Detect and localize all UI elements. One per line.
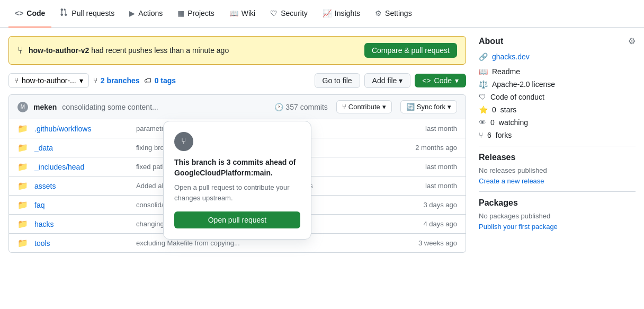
file-name-link[interactable]: faq [34,201,130,209]
commits-bar-left: M meken consolidating some content... [17,102,158,112]
gear-button[interactable]: ⚙ [628,36,636,46]
link-icon: 🔗 [479,52,488,61]
compare-pull-request-button[interactable]: Compare & pull request [364,43,457,58]
watching-count: 0 [490,118,495,127]
recent-push-banner: ⑂ how-to-author-v2 had recent pushes les… [8,36,466,65]
nav-settings[interactable]: ⚙ Settings [369,0,418,28]
file-name-link[interactable]: _includes/head [34,163,130,171]
about-header: About ⚙ [479,36,636,46]
security-icon: 🛡 [270,9,278,17]
nav-settings-label: Settings [385,9,412,17]
wiki-icon: 📖 [229,9,238,17]
commits-area: M meken consolidating some content... 🕐 … [8,94,466,253]
publish-package-link[interactable]: Publish your first package [479,223,558,231]
file-time: last month [404,125,457,133]
nav-wiki[interactable]: 📖 Wiki [223,0,262,28]
tags-info: 🏷 0 tags [144,76,176,85]
sidebar: About ⚙ 🔗 ghacks.dev 📖 Readme ⚖️ Apache-… [479,36,636,253]
popup-description: Open a pull request to contribute your c… [174,182,300,203]
file-time: last month [404,163,457,171]
code-icon: <> [15,9,23,17]
nav-projects[interactable]: ▦ Projects [171,0,221,28]
nav-pull-requests[interactable]: Pull requests [53,0,121,28]
website-link[interactable]: 🔗 ghacks.dev [479,52,636,61]
branches-word: branches [106,76,139,85]
tags-link[interactable]: 0 tags [155,76,176,85]
toolbar: ⑂ how-to-author-... ▾ ⑂ 2 branches 🏷 0 t… [8,73,466,88]
content-area: ⑂ how-to-author-v2 had recent pushes les… [8,36,466,253]
branch-selector[interactable]: ⑂ how-to-author-... ▾ [8,73,89,88]
branches-link[interactable]: 2 branches [101,76,140,85]
nav-code[interactable]: <> Code [8,0,51,28]
nav-wiki-label: Wiki [241,9,255,17]
forks-count: 6 [487,131,491,139]
pull-requests-icon [60,8,68,18]
code-button-label: Code [434,76,452,85]
chevron-down-icon: ▾ [455,76,459,85]
go-to-file-button[interactable]: Go to file [315,73,360,88]
create-release-link[interactable]: Create a new release [479,177,544,185]
nav-projects-label: Projects [187,9,214,17]
nav-security[interactable]: 🛡 Security [264,0,314,28]
contribute-label: Contribute [348,103,380,111]
nav-insights-label: Insights [335,9,360,17]
license-label: Apache-2.0 license [492,80,555,89]
file-time: 4 days ago [404,220,457,228]
book-icon: 📖 [479,67,488,76]
code-button[interactable]: <> Code ▾ [415,74,466,87]
popup-title: This branch is 3 commits ahead of Google… [174,157,300,178]
file-time: last month [404,182,457,190]
releases-title: Releases [479,153,636,162]
no-packages-text: No packages published [479,212,636,220]
commits-label: commits [300,103,328,111]
branch-selector-icon: ⑂ [14,76,19,85]
insights-icon: 📈 [323,9,332,17]
nav-actions[interactable]: ▶ Actions [123,0,169,28]
forks-item: ⑂ 6 forks [479,131,636,139]
folder-icon: 📁 [17,238,28,248]
sync-fork-label: Sync fork [417,103,445,111]
tags-label: tags [160,76,176,85]
chevron-down-icon: ▾ [399,76,402,85]
add-file-label: Add file [372,76,397,85]
folder-icon: 📁 [17,200,28,210]
open-pull-request-button[interactable]: Open pull request [174,211,300,228]
settings-icon: ⚙ [375,9,382,17]
nav-insights[interactable]: 📈 Insights [316,0,366,28]
stars-item: ⭐ 0 stars [479,105,636,114]
banner-text: how-to-author-v2 had recent pushes less … [29,46,229,55]
sidebar-divider [479,146,636,146]
chevron-down-icon: ▾ [382,103,386,111]
contribute-icon: ⑂ [342,103,346,111]
sync-fork-button[interactable]: 🔄 Sync fork ▾ [400,100,457,113]
branch-selector-label: how-to-author-... [22,76,76,85]
code-angle-icon: <> [422,76,431,85]
file-name-link[interactable]: assets [34,182,130,190]
branch-icon: ⑂ [17,45,23,56]
projects-icon: ▦ [177,9,184,17]
file-commit-msg: excluding Makefile from copying... [136,239,398,247]
sync-icon: 🔄 [406,103,415,111]
file-time: 3 days ago [404,201,457,209]
file-name-link[interactable]: .github/workflows [34,125,130,133]
star-icon: ⭐ [479,105,488,114]
actions-icon: ▶ [129,9,135,17]
file-name-link[interactable]: tools [34,239,130,248]
stars-count: 0 [492,105,496,114]
packages-title: Packages [479,198,636,208]
folder-icon: 📁 [17,143,28,153]
watching-label: watching [499,118,528,127]
add-file-button[interactable]: Add file ▾ [364,73,411,88]
code-of-conduct-item: 🛡 Code of conduct [479,93,636,101]
clock-icon: 🕐 [274,103,283,111]
commit-message: consolidating some content... [62,103,158,111]
branches-count: 2 [101,76,105,85]
contribute-button[interactable]: ⑂ Contribute ▾ [336,100,392,113]
file-name-link[interactable]: hacks [34,220,130,228]
nav-security-label: Security [281,9,308,17]
file-name-link[interactable]: _data [34,144,130,152]
tags-count: 0 [155,76,159,85]
website-label: ghacks.dev [492,52,530,61]
commits-count: 🕐 357 commits [274,103,327,111]
branch-info: ⑂ 2 branches [93,76,140,85]
